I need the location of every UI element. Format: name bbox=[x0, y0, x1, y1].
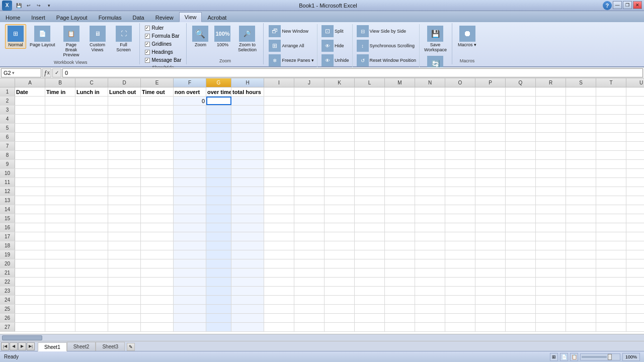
cell-A13[interactable] bbox=[15, 196, 45, 205]
cell-S10[interactable] bbox=[566, 169, 596, 177]
cell-A4[interactable] bbox=[15, 115, 45, 123]
cell-C24[interactable] bbox=[75, 296, 108, 304]
cell-J25[interactable] bbox=[294, 305, 325, 313]
cell-L6[interactable] bbox=[355, 133, 385, 141]
zoom-selection-button[interactable]: 🔎 Zoom to Selection bbox=[234, 24, 260, 54]
cell-H10[interactable] bbox=[231, 169, 264, 177]
cell-K20[interactable] bbox=[325, 259, 355, 268]
cell-J16[interactable] bbox=[294, 223, 325, 232]
page-break-status-icon[interactable]: 📋 bbox=[570, 353, 578, 361]
cell-M25[interactable] bbox=[385, 305, 415, 313]
cell-E13[interactable] bbox=[141, 196, 174, 205]
cell-I17[interactable] bbox=[264, 232, 294, 241]
cell-G23[interactable] bbox=[206, 287, 231, 295]
cell-G6[interactable] bbox=[206, 133, 231, 141]
cell-J2[interactable] bbox=[294, 97, 325, 105]
cell-Q10[interactable] bbox=[506, 169, 536, 177]
cell-B17[interactable] bbox=[45, 232, 75, 241]
cell-K1[interactable] bbox=[325, 87, 355, 96]
col-header-a[interactable]: A bbox=[15, 78, 45, 87]
cell-K4[interactable] bbox=[325, 115, 355, 123]
cell-E3[interactable] bbox=[141, 106, 174, 114]
cell-B20[interactable] bbox=[45, 259, 75, 268]
cell-R5[interactable] bbox=[536, 124, 566, 132]
cell-A3[interactable] bbox=[15, 106, 45, 114]
cell-T21[interactable] bbox=[596, 268, 626, 277]
cell-K9[interactable] bbox=[325, 160, 355, 168]
cell-L13[interactable] bbox=[355, 196, 385, 205]
cell-I5[interactable] bbox=[264, 124, 294, 132]
col-header-q[interactable]: Q bbox=[506, 78, 536, 87]
cell-N14[interactable] bbox=[415, 205, 445, 214]
cell-C11[interactable] bbox=[75, 178, 108, 187]
cell-J6[interactable] bbox=[294, 133, 325, 141]
cell-O4[interactable] bbox=[445, 115, 475, 123]
col-header-l[interactable]: L bbox=[355, 78, 385, 87]
cell-I9[interactable] bbox=[264, 160, 294, 168]
cell-K14[interactable] bbox=[325, 205, 355, 214]
cell-G11[interactable] bbox=[206, 178, 231, 187]
cell-I1[interactable] bbox=[264, 87, 294, 96]
row-number-26[interactable]: 26 bbox=[0, 314, 15, 322]
cell-O27[interactable] bbox=[445, 323, 475, 331]
arrange-all-button[interactable]: ⊞ Arrange All bbox=[267, 39, 316, 53]
cell-L26[interactable] bbox=[355, 314, 385, 322]
cell-A25[interactable] bbox=[15, 305, 45, 313]
cell-P23[interactable] bbox=[475, 287, 506, 295]
insert-sheet-button[interactable]: ✎ bbox=[127, 343, 135, 351]
cell-D6[interactable] bbox=[108, 133, 141, 141]
cell-T19[interactable] bbox=[596, 250, 626, 259]
col-header-c[interactable]: C bbox=[75, 78, 108, 87]
cell-F8[interactable] bbox=[174, 151, 206, 159]
horizontal-scrollbar[interactable] bbox=[0, 334, 644, 341]
cell-D9[interactable] bbox=[108, 160, 141, 168]
prev-sheet-button[interactable]: ◀ bbox=[10, 342, 18, 350]
cell-I21[interactable] bbox=[264, 268, 294, 277]
row-number-24[interactable]: 24 bbox=[0, 296, 15, 304]
cell-O22[interactable] bbox=[445, 278, 475, 286]
cell-D1[interactable]: Lunch out bbox=[108, 87, 141, 96]
cell-F23[interactable] bbox=[174, 287, 206, 295]
col-header-t[interactable]: T bbox=[596, 78, 626, 87]
cell-O10[interactable] bbox=[445, 169, 475, 177]
cell-M27[interactable] bbox=[385, 323, 415, 331]
cell-Q17[interactable] bbox=[506, 232, 536, 241]
cell-P12[interactable] bbox=[475, 187, 506, 196]
cell-S17[interactable] bbox=[566, 232, 596, 241]
cell-K27[interactable] bbox=[325, 323, 355, 331]
cell-S18[interactable] bbox=[566, 241, 596, 250]
cell-K16[interactable] bbox=[325, 223, 355, 232]
row-number-21[interactable]: 21 bbox=[0, 268, 15, 277]
cell-R2[interactable] bbox=[536, 97, 566, 105]
cell-P24[interactable] bbox=[475, 296, 506, 304]
sheet-tab-sheet2[interactable]: Sheet2 bbox=[67, 342, 96, 351]
cell-C12[interactable] bbox=[75, 187, 108, 196]
col-header-f[interactable]: F bbox=[174, 78, 206, 87]
cell-D22[interactable] bbox=[108, 278, 141, 286]
cell-A7[interactable] bbox=[15, 142, 45, 150]
cell-N23[interactable] bbox=[415, 287, 445, 295]
cell-R7[interactable] bbox=[536, 142, 566, 150]
row-number-13[interactable]: 13 bbox=[0, 196, 15, 205]
cell-U12[interactable] bbox=[626, 187, 644, 196]
cell-M4[interactable] bbox=[385, 115, 415, 123]
tab-acrobat[interactable]: Acrobat bbox=[202, 12, 232, 22]
cell-H27[interactable] bbox=[231, 323, 264, 331]
cell-I25[interactable] bbox=[264, 305, 294, 313]
cell-B11[interactable] bbox=[45, 178, 75, 187]
cell-N7[interactable] bbox=[415, 142, 445, 150]
cell-D20[interactable] bbox=[108, 259, 141, 268]
cell-I8[interactable] bbox=[264, 151, 294, 159]
cell-O17[interactable] bbox=[445, 232, 475, 241]
row-number-18[interactable]: 18 bbox=[0, 241, 15, 250]
cell-P16[interactable] bbox=[475, 223, 506, 232]
row-number-10[interactable]: 10 bbox=[0, 169, 15, 177]
cell-R6[interactable] bbox=[536, 133, 566, 141]
cell-E22[interactable] bbox=[141, 278, 174, 286]
cell-E1[interactable]: Time out bbox=[141, 87, 174, 96]
cell-Q1[interactable] bbox=[506, 87, 536, 96]
cell-O18[interactable] bbox=[445, 241, 475, 250]
cell-T18[interactable] bbox=[596, 241, 626, 250]
cell-S20[interactable] bbox=[566, 259, 596, 268]
cell-Q18[interactable] bbox=[506, 241, 536, 250]
